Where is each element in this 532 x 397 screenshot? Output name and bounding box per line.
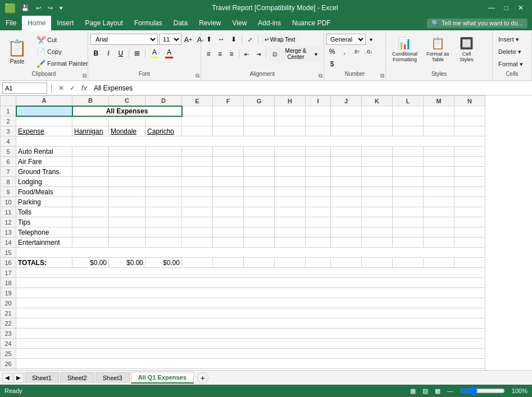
cell-d10[interactable] <box>145 197 182 207</box>
cell-i10[interactable] <box>306 197 331 207</box>
cell-f7[interactable] <box>213 167 244 177</box>
cell-l9[interactable] <box>393 187 424 197</box>
cell-b5[interactable] <box>72 147 109 157</box>
cell-l6[interactable] <box>393 157 424 167</box>
cell-l11[interactable] <box>393 207 424 217</box>
thousand-separator-button[interactable]: , <box>339 46 350 57</box>
cell-b16[interactable]: $0.00 <box>72 258 109 268</box>
cell-i8[interactable] <box>306 177 331 187</box>
menu-add-ins[interactable]: Add-ins <box>252 16 287 30</box>
cell-j1[interactable] <box>331 106 362 116</box>
cell-a15[interactable] <box>16 248 485 258</box>
close-button[interactable]: ✕ <box>514 1 528 15</box>
col-header-j[interactable]: J <box>331 96 362 106</box>
cell-i11[interactable] <box>306 207 331 217</box>
col-header-m[interactable]: M <box>424 96 454 106</box>
menu-formulas[interactable]: Formulas <box>129 16 168 30</box>
cell-k10[interactable] <box>362 197 393 207</box>
cell-c14[interactable] <box>109 238 145 248</box>
format-painter-button[interactable]: 🖌️ Format Painter <box>33 58 92 69</box>
cell-k16[interactable] <box>362 258 393 268</box>
name-box[interactable]: A1 <box>2 83 47 94</box>
cell-d8[interactable] <box>145 177 182 187</box>
cell-b8[interactable] <box>72 177 109 187</box>
cell-j11[interactable] <box>331 207 362 217</box>
cell-j12[interactable] <box>331 217 362 227</box>
cell-e9[interactable] <box>182 187 213 197</box>
cell-b14[interactable] <box>72 238 109 248</box>
cell-c7[interactable] <box>109 167 145 177</box>
align-middle-button[interactable]: ↔ <box>216 34 227 45</box>
cell-f2[interactable] <box>213 116 244 126</box>
increase-font-size-button[interactable]: A+ <box>183 34 194 45</box>
prev-sheet-button[interactable]: ◀ <box>2 373 12 383</box>
cell-j5[interactable] <box>331 147 362 157</box>
cell-e2[interactable] <box>182 116 213 126</box>
menu-home[interactable]: Home <box>22 16 51 30</box>
cell-e10[interactable] <box>182 197 213 207</box>
cell-i13[interactable] <box>306 227 331 238</box>
cell-h13[interactable] <box>275 227 306 238</box>
cell-m7[interactable] <box>424 167 454 177</box>
cell-j7[interactable] <box>331 167 362 177</box>
cell-c16[interactable]: $0.00 <box>109 258 145 268</box>
col-header-g[interactable]: G <box>244 96 275 106</box>
cell-f6[interactable] <box>213 157 244 167</box>
normal-view-button[interactable]: ▦ <box>410 387 416 395</box>
cell-n2[interactable] <box>454 116 485 126</box>
cell-l16[interactable] <box>393 258 424 268</box>
cell-j8[interactable] <box>331 177 362 187</box>
cell-a5[interactable]: Auto Rental <box>16 147 72 157</box>
cell-m8[interactable] <box>424 177 454 187</box>
cell-e13[interactable] <box>182 227 213 238</box>
cell-n6[interactable] <box>454 157 485 167</box>
cell-g10[interactable] <box>244 197 275 207</box>
cell-k8[interactable] <box>362 177 393 187</box>
cell-a7[interactable]: Ground Trans. <box>16 167 72 177</box>
cell-f14[interactable] <box>213 238 244 248</box>
cell-m9[interactable] <box>424 187 454 197</box>
cell-d12[interactable] <box>145 217 182 227</box>
cell-m14[interactable] <box>424 238 454 248</box>
cell-h7[interactable] <box>275 167 306 177</box>
format-button[interactable]: Format ▾ <box>495 58 526 70</box>
redo-button[interactable]: ↪ <box>46 3 55 13</box>
cell-n3[interactable] <box>454 126 485 136</box>
cell-n11[interactable] <box>454 207 485 217</box>
cell-l8[interactable] <box>393 177 424 187</box>
cell-b9[interactable] <box>72 187 109 197</box>
align-left-button[interactable]: ≡ <box>203 48 213 60</box>
cell-k12[interactable] <box>362 217 393 227</box>
cell-c3[interactable]: Mondale <box>109 126 145 136</box>
number-expand-button[interactable]: ⧉ <box>380 72 384 79</box>
cell-k2[interactable] <box>362 116 393 126</box>
cell-h14[interactable] <box>275 238 306 248</box>
cell-k14[interactable] <box>362 238 393 248</box>
cell-g9[interactable] <box>244 187 275 197</box>
sheet-tab-sheet1[interactable]: Sheet1 <box>25 372 59 383</box>
cell-j14[interactable] <box>331 238 362 248</box>
cell-n13[interactable] <box>454 227 485 238</box>
cell-j9[interactable] <box>331 187 362 197</box>
cell-c8[interactable] <box>109 177 145 187</box>
cell-a3[interactable]: Expense <box>16 126 72 136</box>
cell-h3[interactable] <box>275 126 306 136</box>
cell-f8[interactable] <box>213 177 244 187</box>
cell-n8[interactable] <box>454 177 485 187</box>
font-color-button[interactable]: A <box>162 48 176 59</box>
cell-h6[interactable] <box>275 157 306 167</box>
cell-h8[interactable] <box>275 177 306 187</box>
format-as-table-button[interactable]: 📋 Format asTable <box>422 34 453 65</box>
paste-button[interactable]: 📋 Paste <box>2 36 32 67</box>
col-header-l[interactable]: L <box>393 96 424 106</box>
cut-button[interactable]: ✂️ Cut <box>33 34 92 45</box>
cell-i12[interactable] <box>306 217 331 227</box>
cell-styles-button[interactable]: 🔲 CellStyles <box>454 34 479 65</box>
cell-l2[interactable] <box>393 116 424 126</box>
cell-g5[interactable] <box>244 147 275 157</box>
cell-k3[interactable] <box>362 126 393 136</box>
cell-c6[interactable] <box>109 157 145 167</box>
cell-a13[interactable]: Telephone <box>16 227 72 238</box>
col-header-i[interactable]: I <box>306 96 331 106</box>
increase-indent-button[interactable]: ⇥ <box>253 48 263 60</box>
